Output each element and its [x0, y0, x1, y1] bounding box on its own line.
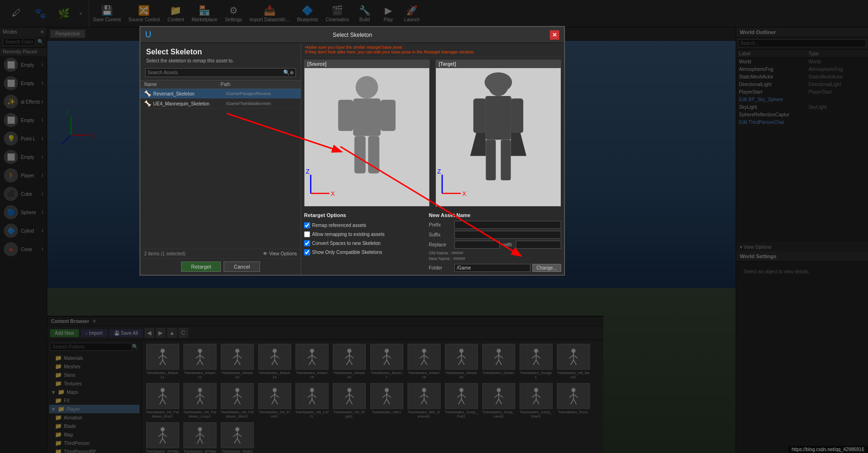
folder-path: /Game	[454, 264, 530, 272]
select-skeleton-modal: U Select Skeleton ✕ Select Skeleton Sele…	[139, 26, 565, 276]
checkbox-label-2: Convert Spaces to new Skeleton	[312, 241, 381, 246]
unreal-logo-icon: U	[145, 30, 151, 40]
svg-rect-202	[338, 100, 353, 131]
source-target-row: [Source]	[301, 57, 564, 209]
modal-bottom-buttons: Retarget Cancel	[140, 258, 301, 275]
suffix-input[interactable]	[454, 231, 561, 239]
svg-rect-204	[355, 136, 366, 174]
modal-body: Select Skeleton Select the skeleton to r…	[140, 43, 564, 275]
skeleton-name-0: Revenant_Skeleton	[153, 91, 224, 96]
skeleton-count-label: 2 items (1 selected)	[144, 251, 185, 256]
retarget-options: Retarget Options Remap referenced assets…	[304, 212, 424, 272]
modal-close-button[interactable]: ✕	[550, 30, 559, 40]
target-viewport: X Z	[436, 68, 561, 206]
checkbox-0[interactable]	[304, 222, 310, 228]
prefix-row: Prefix	[429, 221, 561, 229]
folder-label: Folder	[429, 265, 452, 270]
skeleton-path-0: /Game/ParagonRevena	[226, 91, 297, 96]
skeleton-footer: 2 items (1 selected) 👁 View Options	[140, 249, 301, 258]
sk-col-name: Name	[144, 82, 221, 87]
skeleton-path-1: /Game/TwinbladesAnim	[226, 101, 297, 106]
modal-overlay: U Select Skeleton ✕ Select Skeleton Sele…	[0, 0, 868, 453]
cancel-button[interactable]: Cancel	[224, 261, 260, 272]
skeleton-view-options[interactable]: 👁 View Options	[263, 251, 297, 256]
svg-rect-205	[368, 136, 380, 174]
svg-text:Z: Z	[437, 168, 441, 175]
source-figure-svg: X Z	[304, 68, 429, 206]
svg-rect-214	[473, 98, 486, 133]
retarget-options-title: Retarget Options	[304, 212, 424, 218]
skeleton-item-0[interactable]: 🦴Revenant_Skeleton/Game/ParagonRevena	[140, 89, 301, 99]
old-name-preview: Old Name : #####	[429, 251, 561, 255]
checkbox-row-2: Convert Spaces to new Skeleton	[304, 239, 424, 248]
source-label: [Source]	[304, 60, 429, 68]
svg-rect-215	[511, 98, 523, 133]
modal-right-bottom: Retarget Options Remap referenced assets…	[301, 209, 564, 275]
with-label: with	[503, 242, 512, 247]
sk-col-path: Path	[221, 82, 297, 87]
modal-left-header: Select Skeleton Select the skeleton to r…	[140, 43, 301, 65]
modal-titlebar: U Select Skeleton ✕	[140, 27, 564, 43]
checkbox-1[interactable]	[304, 231, 310, 237]
modal-search: 🔍 ⊕	[145, 68, 296, 77]
prefix-label: Prefix	[429, 222, 452, 227]
skeleton-name-1: UE4_Mannequin_Skeleton	[153, 101, 224, 106]
source-panel: [Source]	[304, 60, 430, 207]
modal-left-panel: Select Skeleton Select the skeleton to r…	[140, 43, 301, 275]
modal-subtitle: Select the skeleton to remap this asset …	[146, 58, 295, 63]
modal-title: Select Skeleton	[155, 32, 550, 38]
prefix-input[interactable]	[454, 221, 561, 229]
svg-rect-211	[486, 96, 511, 139]
svg-text:X: X	[330, 190, 335, 197]
new-asset-panel: New Asset Name Prefix Suffix Replace	[429, 212, 561, 272]
warning-line2: If they don't look alike here, you can e…	[305, 50, 560, 54]
svg-rect-203	[381, 100, 396, 131]
checkbox-2[interactable]	[304, 240, 310, 246]
modal-right-panel: •Make sure you have the similar retarget…	[301, 43, 564, 275]
svg-rect-201	[353, 98, 381, 136]
skeleton-icon-1: 🦴	[144, 100, 151, 107]
new-asset-title: New Asset Name	[429, 212, 561, 218]
retarget-button[interactable]: Retarget	[181, 261, 221, 272]
modal-search-input[interactable]	[148, 70, 283, 75]
svg-point-200	[356, 76, 378, 99]
replace-label: Replace	[429, 242, 452, 247]
svg-rect-217	[501, 139, 511, 180]
svg-rect-216	[486, 139, 496, 180]
checkbox-label-1: Allow remapping to existing assets	[312, 232, 384, 237]
suffix-label: Suffix	[429, 232, 452, 237]
change-folder-button[interactable]: Change...	[532, 264, 561, 272]
source-viewport: X Z	[304, 68, 429, 206]
folder-row: Folder /Game Change...	[429, 264, 561, 272]
checkboxes-container: Remap referenced assetsAllow remapping t…	[304, 221, 424, 257]
checkbox-label-3: Show Only Compatible Skeletons	[312, 250, 382, 255]
checkbox-3[interactable]	[304, 249, 310, 255]
checkbox-row-3: Show Only Compatible Skeletons	[304, 248, 424, 257]
target-panel: [Target]	[435, 60, 561, 207]
svg-text:Z: Z	[306, 168, 310, 175]
skeleton-icon-0: 🦴	[144, 90, 151, 97]
checkbox-row-0: Remap referenced assets	[304, 221, 424, 230]
modal-heading: Select Skeleton	[146, 48, 295, 56]
modal-search-icon: 🔍	[283, 70, 290, 76]
replace-input[interactable]	[454, 241, 500, 249]
with-input[interactable]	[516, 241, 561, 249]
url-bar: https://blog.csdn.net/qq_42986916	[788, 446, 868, 453]
skeleton-list-header: Name Path	[140, 80, 301, 89]
warning-line1: •Make sure you have the similar retarget…	[305, 45, 560, 50]
svg-point-218	[485, 72, 512, 92]
replace-row: Replace with	[429, 241, 561, 249]
target-figure-svg: X Z	[436, 68, 561, 206]
checkbox-label-0: Remap referenced assets	[312, 223, 366, 228]
checkbox-row-1: Allow remapping to existing assets	[304, 230, 424, 239]
svg-text:X: X	[462, 190, 466, 197]
target-label: [Target]	[436, 60, 561, 68]
warning-text: •Make sure you have the similar retarget…	[301, 43, 564, 57]
skeleton-list: 🦴Revenant_Skeleton/Game/ParagonRevena🦴UE…	[140, 89, 301, 249]
modal-search-extra: ⊕	[290, 70, 294, 75]
suffix-row: Suffix	[429, 231, 561, 239]
new-name-preview: New Name : #####	[429, 256, 561, 261]
skeleton-item-1[interactable]: 🦴UE4_Mannequin_Skeleton/Game/TwinbladesA…	[140, 99, 301, 109]
